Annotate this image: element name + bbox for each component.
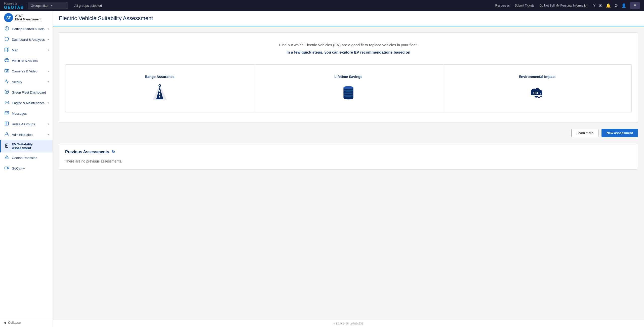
evsa-intro-text: Find out which Electric Vehicles (EV) ar… [65, 43, 632, 47]
svg-marker-20 [8, 167, 9, 169]
learn-more-button[interactable]: Learn more [571, 129, 598, 137]
user-icon[interactable]: 👤 [621, 3, 626, 8]
svg-marker-3 [5, 48, 9, 52]
notifications-icon[interactable]: 🔔 [606, 3, 611, 8]
collapse-arrow-icon: ◀ [4, 321, 6, 324]
top-bar-left: Powered by GEOTAB Groups filter ▼ All gr… [4, 1, 102, 10]
sidebar-item-ev-suitability[interactable]: EV Suitability Assessment [0, 140, 53, 152]
sidebar-item-messages[interactable]: Messages [0, 108, 53, 119]
submit-tickets-link[interactable]: Submit Tickets [515, 4, 534, 7]
main-content: Electric Vehicle Suitability Assessment … [53, 11, 644, 327]
previous-assessments-section: Previous Assessments ↻ There are no prev… [59, 143, 638, 170]
page-header: Electric Vehicle Suitability Assessment [53, 11, 644, 26]
sidebar: AT AT&T Fleet Management ? Getting Start… [0, 11, 53, 327]
groups-filter-label: Groups filter [31, 4, 49, 8]
sidebar-item-getting-started[interactable]: ? Getting Started & Help ▾ [0, 24, 53, 34]
admin-expand-icon: ▾ [48, 133, 49, 136]
svg-text:?: ? [6, 27, 8, 30]
main-layout: AT AT&T Fleet Management ? Getting Start… [0, 11, 644, 327]
sidebar-item-vehicles[interactable]: Vehicles & Assets [0, 55, 53, 66]
activity-label: Activity [12, 80, 45, 84]
evsa-subtitle-text: In a few quick steps, you can explore EV… [65, 50, 632, 54]
logo-area: Powered by GEOTAB [4, 1, 24, 10]
collapse-button[interactable]: ◀ Collapse [0, 318, 53, 327]
cameras-icon [4, 68, 9, 74]
top-bar: Powered by GEOTAB Groups filter ▼ All gr… [0, 0, 644, 11]
dashboard-expand-icon: ▾ [48, 38, 49, 41]
page-body: Find out which Electric Vehicles (EV) ar… [53, 26, 644, 320]
rules-icon [4, 121, 9, 127]
sidebar-item-geotab-roadside[interactable]: Geotab Roadside [0, 152, 53, 163]
svg-point-15 [6, 133, 8, 134]
environment-title: Environmental Impact [519, 75, 555, 79]
ev-suitability-label: EV Suitability Assessment [12, 142, 49, 150]
user-menu-button[interactable]: ▼ [630, 2, 640, 9]
svg-rect-23 [159, 90, 160, 92]
dropdown-arrow-icon: ▼ [51, 4, 53, 7]
range-title: Range Assurance [145, 75, 175, 79]
svg-rect-25 [159, 96, 160, 98]
sidebar-item-engine[interactable]: Engine & Maintenance ▾ [0, 98, 53, 108]
vehicles-label: Vehicles & Assets [12, 59, 49, 63]
sidebar-item-dashboard[interactable]: Dashboard & Analytics ▾ [0, 34, 53, 45]
version-text: v 1.2.9.1496-go7d8c331 [334, 322, 364, 325]
green-fleet-label: Green Fleet Dashboard [12, 91, 49, 94]
previous-assessments-title: Previous Assessments [65, 150, 109, 154]
org-logo-icon: AT [4, 13, 13, 22]
sidebar-item-administration[interactable]: Administration ▾ [0, 129, 53, 140]
savings-icon [340, 84, 357, 102]
admin-icon [4, 132, 9, 137]
messages-label: Messages [12, 112, 49, 115]
svg-rect-12 [5, 122, 9, 125]
sidebar-item-cameras[interactable]: Cameras & Video ▾ [0, 66, 53, 76]
ev-suitability-icon [4, 143, 9, 149]
evsa-intro-card: Find out which Electric Vehicles (EV) ar… [59, 32, 638, 123]
feature-range: Range Assurance [65, 65, 254, 112]
messages-icon[interactable]: ✉ [599, 3, 602, 8]
getting-started-icon: ? [4, 26, 9, 32]
getting-started-label: Getting Started & Help [12, 27, 45, 31]
rules-expand-icon: ▾ [48, 122, 49, 126]
cameras-expand-icon: ▾ [48, 70, 49, 73]
do-not-sell-link[interactable]: Do Not Sell My Personal Information [539, 4, 588, 7]
groups-filter-button[interactable]: Groups filter ▼ [28, 3, 68, 9]
messages-nav-icon [4, 111, 9, 116]
svg-point-46 [540, 96, 542, 97]
map-icon [4, 47, 9, 53]
sidebar-item-gocam[interactable]: GoCam+ [0, 163, 53, 174]
svg-rect-24 [159, 93, 160, 95]
environment-icon: CO 2 [528, 84, 546, 102]
sidebar-item-rules[interactable]: Rules & Groups ▾ [0, 119, 53, 129]
resources-link[interactable]: Resources [495, 4, 510, 7]
org-logo-area: AT AT&T Fleet Management [0, 11, 53, 24]
sidebar-nav: ? Getting Started & Help ▾ Dashboard & A… [0, 24, 53, 174]
feature-savings: Lifetime Savings [254, 65, 443, 112]
version-bar: v 1.2.9.1496-go7d8c331 [53, 320, 644, 327]
vehicles-icon [4, 58, 9, 63]
map-label: Map [12, 48, 45, 52]
cameras-label: Cameras & Video [12, 69, 45, 73]
svg-text:2: 2 [540, 93, 541, 95]
settings-icon[interactable]: ⚙ [614, 3, 618, 8]
dashboard-icon [4, 37, 9, 42]
svg-point-27 [159, 85, 160, 86]
new-assessment-button[interactable]: New assessment [601, 129, 638, 137]
help-icon[interactable]: ? [593, 3, 595, 8]
activity-icon [4, 79, 9, 85]
previous-assessments-header: Previous Assessments ↻ [65, 149, 632, 154]
geotab-roadside-label: Geotab Roadside [12, 156, 49, 160]
svg-point-11 [6, 102, 8, 103]
svg-point-10 [6, 70, 8, 72]
org-name: AT&T Fleet Management [15, 14, 42, 21]
rules-label: Rules & Groups [12, 122, 45, 126]
engine-expand-icon: ▾ [48, 101, 49, 105]
svg-text:CO: CO [533, 91, 538, 95]
evsa-actions: Learn more New assessment [59, 129, 638, 137]
savings-title: Lifetime Savings [334, 75, 362, 79]
loading-spinner-icon: ↻ [112, 149, 115, 154]
collapse-label: Collapse [8, 321, 21, 324]
geotab-roadside-icon [4, 155, 9, 160]
sidebar-item-map[interactable]: Map ▾ [0, 45, 53, 55]
sidebar-item-green-fleet[interactable]: Green Fleet Dashboard [0, 87, 53, 98]
sidebar-item-activity[interactable]: Activity ▾ [0, 76, 53, 87]
